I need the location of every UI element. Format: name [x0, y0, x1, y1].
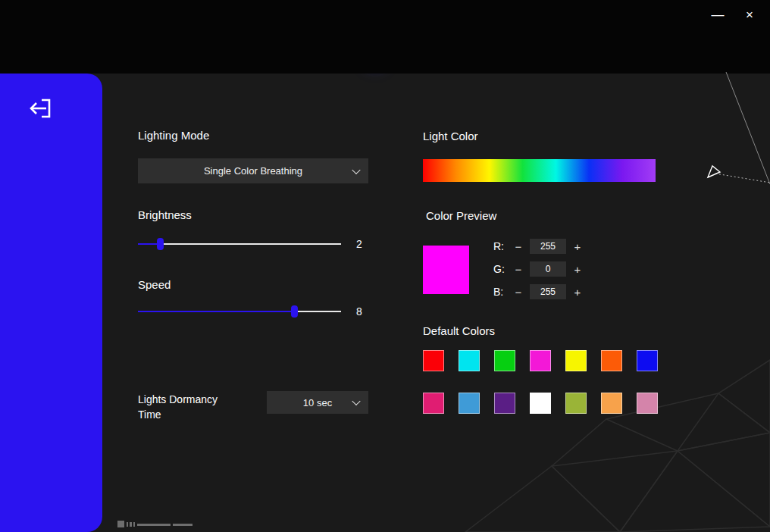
- back-button[interactable]: [26, 95, 55, 124]
- brightness-value: 2: [356, 238, 362, 250]
- red-value-input[interactable]: 255: [530, 239, 566, 254]
- color-swatch[interactable]: [565, 393, 587, 414]
- fine-print-decoration: [117, 520, 201, 530]
- red-decrement-button[interactable]: −: [514, 240, 523, 253]
- lighting-mode-value: Single Color Breathing: [204, 165, 302, 177]
- green-increment-button[interactable]: +: [573, 263, 582, 276]
- slider-thumb[interactable]: [157, 238, 164, 250]
- color-swatch[interactable]: [637, 393, 658, 414]
- color-swatch[interactable]: [423, 350, 444, 371]
- lighting-mode-label: Lighting Mode: [138, 129, 209, 142]
- blue-value-input[interactable]: 255: [530, 284, 566, 299]
- chevron-down-icon: [352, 165, 360, 174]
- blue-decrement-button[interactable]: −: [514, 286, 523, 299]
- blue-channel-row: B: − 255 +: [493, 284, 582, 299]
- window-controls: — ×: [708, 6, 759, 24]
- color-swatch[interactable]: [494, 350, 515, 371]
- color-swatch[interactable]: [601, 350, 622, 371]
- sidebar: [0, 74, 102, 532]
- green-channel-row: G: − 0 +: [493, 261, 582, 277]
- minimize-button[interactable]: —: [708, 6, 728, 24]
- pointer-line-decoration: [702, 72, 770, 205]
- color-preview-label: Color Preview: [426, 209, 496, 222]
- color-swatch[interactable]: [494, 393, 515, 414]
- slider-thumb[interactable]: [291, 305, 298, 318]
- speed-label: Speed: [138, 278, 171, 291]
- slider-fill: [138, 311, 294, 312]
- brightness-slider[interactable]: [138, 237, 341, 251]
- dormancy-time-value: 10 sec: [303, 397, 332, 408]
- color-preview-swatch: [423, 246, 469, 294]
- green-decrement-button[interactable]: −: [514, 263, 523, 276]
- red-channel-row: R: − 255 +: [493, 239, 582, 254]
- green-channel-label: G:: [493, 263, 507, 275]
- chevron-down-icon: [352, 397, 360, 405]
- light-color-label: Light Color: [423, 130, 478, 142]
- color-swatch[interactable]: [601, 393, 622, 414]
- blue-channel-label: B:: [493, 286, 507, 298]
- color-swatch[interactable]: [565, 350, 587, 371]
- color-swatch[interactable]: [530, 393, 551, 414]
- close-button[interactable]: ×: [740, 6, 759, 24]
- default-colors-row-1: [423, 350, 658, 371]
- color-swatch[interactable]: [530, 350, 551, 371]
- lighting-mode-dropdown[interactable]: Single Color Breathing: [138, 158, 368, 183]
- dormancy-time-label: Lights Dormancy Time: [138, 392, 238, 422]
- color-swatch[interactable]: [423, 393, 444, 414]
- red-channel-label: R:: [493, 240, 507, 252]
- header-bar: [0, 0, 770, 74]
- color-spectrum-bar[interactable]: [423, 159, 656, 182]
- default-colors-row-2: [423, 393, 658, 414]
- blue-increment-button[interactable]: +: [573, 286, 582, 299]
- dormancy-time-dropdown[interactable]: 10 sec: [267, 391, 368, 414]
- speed-value: 8: [356, 305, 362, 318]
- slider-track[interactable]: [138, 243, 341, 245]
- speed-slider[interactable]: [138, 305, 341, 318]
- brightness-label: Brightness: [138, 208, 192, 221]
- color-swatch[interactable]: [459, 393, 480, 414]
- color-swatch[interactable]: [459, 350, 480, 371]
- green-value-input[interactable]: 0: [530, 261, 566, 277]
- back-exit-icon: [26, 95, 55, 122]
- color-swatch[interactable]: [637, 350, 658, 371]
- default-colors-label: Default Colors: [423, 324, 495, 337]
- background-mesh-decoration: [444, 354, 770, 532]
- red-increment-button[interactable]: +: [573, 240, 582, 253]
